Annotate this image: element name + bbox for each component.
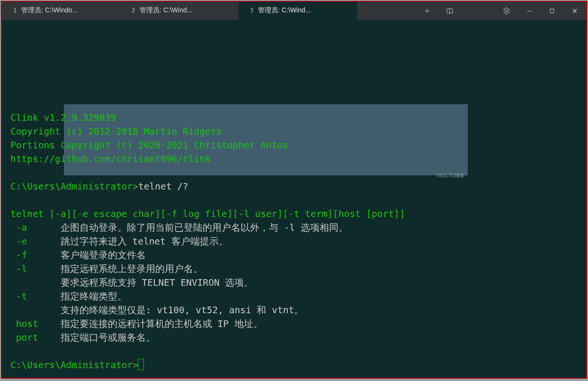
terminal-body[interactable]: ©51CTO博客 Clink v1.2.9.329839 Copyright (…: [2, 20, 586, 378]
split-pane-icon[interactable]: [438, 2, 461, 20]
tab-1-label: 管理员: C:\Windo...: [21, 6, 78, 15]
terminal-window: 1 管理员: C:\Windo... 2 管理员: C:\Wind... 3 管…: [1, 1, 587, 379]
tab-3[interactable]: 3 管理员: C:\Wind...: [239, 2, 357, 20]
close-icon[interactable]: [563, 2, 586, 20]
maximize-icon[interactable]: [541, 2, 563, 20]
svg-point-2: [506, 10, 508, 12]
title-bar: 1 管理员: C:\Windo... 2 管理员: C:\Wind... 3 管…: [2, 2, 586, 20]
tab-3-label: 管理员: C:\Wind...: [258, 6, 311, 15]
watermark: ©51CTO博客: [437, 169, 464, 182]
tab-1[interactable]: 1 管理员: C:\Windo...: [2, 2, 120, 20]
terminal-output: Clink v1.2.9.329839 Copyright (c) 2012-2…: [10, 111, 578, 372]
tab-2[interactable]: 2 管理员: C:\Wind...: [120, 2, 239, 20]
settings-icon[interactable]: [495, 2, 518, 20]
cursor: [138, 359, 143, 370]
svg-rect-3: [550, 9, 554, 13]
window-controls: [416, 2, 586, 20]
minimize-icon[interactable]: [518, 2, 541, 20]
tab-2-label: 管理员: C:\Wind...: [140, 6, 192, 15]
new-tab-icon[interactable]: [416, 2, 438, 20]
